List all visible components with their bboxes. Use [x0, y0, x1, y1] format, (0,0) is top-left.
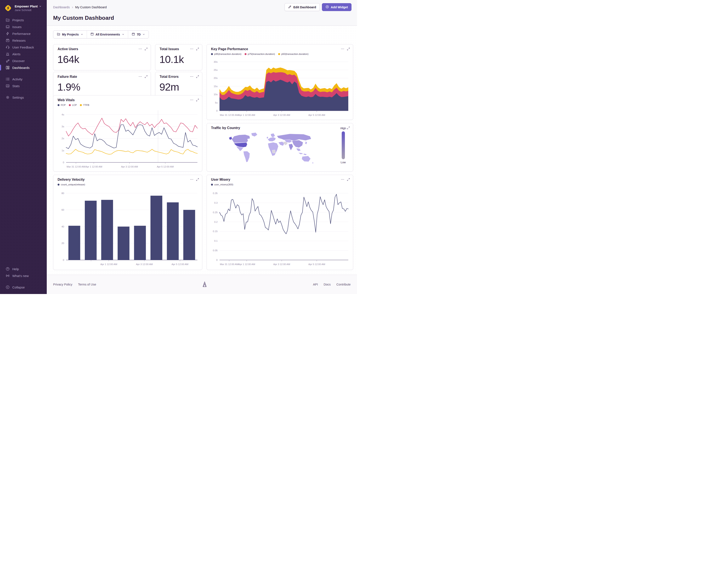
- project-filter[interactable]: My Projects: [53, 30, 87, 38]
- widget-title: Traffic by Country: [211, 126, 240, 130]
- svg-text:Apr 3 12:00 AM: Apr 3 12:00 AM: [121, 165, 138, 168]
- expand-icon[interactable]: [145, 47, 148, 50]
- sidebar-item-dashboards[interactable]: Dashboards: [0, 64, 47, 71]
- breadcrumb-current: My Custom Dashboard: [75, 5, 107, 9]
- widget-menu-icon[interactable]: [190, 75, 193, 78]
- sidebar-item-label: Collapse: [12, 286, 25, 289]
- footer-link-terms-of-use[interactable]: Terms of Use: [78, 283, 96, 286]
- widget-value: 92m: [159, 81, 179, 93]
- legend-item[interactable]: p50(transaction.duration): [278, 53, 308, 55]
- dashboards-icon: [6, 66, 9, 69]
- svg-text:Mar 31 12:00 AM: Mar 31 12:00 AM: [220, 114, 239, 116]
- legend-item[interactable]: LCP: [69, 104, 77, 106]
- svg-text:Apr 5 12:00 AM: Apr 5 12:00 AM: [157, 165, 174, 168]
- sidebar-item-projects[interactable]: Projects: [0, 17, 47, 23]
- sidebar-item-releases[interactable]: Releases: [0, 37, 47, 44]
- expand-icon[interactable]: [196, 75, 199, 78]
- sidebar-item-help[interactable]: Help: [0, 266, 47, 272]
- footer-link-docs[interactable]: Docs: [324, 283, 331, 286]
- expand-icon[interactable]: [145, 75, 148, 78]
- add-widget-button[interactable]: Add Widget: [322, 3, 351, 11]
- org-logo-icon: [4, 4, 12, 12]
- footer-link-contribute[interactable]: Contribute: [337, 283, 351, 286]
- footer-link-api[interactable]: API: [313, 283, 318, 286]
- sidebar-item-activity[interactable]: Activity: [0, 76, 47, 83]
- sidebar-item-user-feedback[interactable]: User Feedback: [0, 44, 47, 50]
- sidebar-item-discover[interactable]: Discover: [0, 57, 47, 64]
- sidebar-item-collapse[interactable]: Collapse: [0, 284, 47, 291]
- svg-text:Apr 3 12:00 AM: Apr 3 12:00 AM: [136, 263, 153, 266]
- legend-item[interactable]: user_misery(300): [211, 183, 233, 186]
- legend-dot-icon: [211, 53, 213, 55]
- sidebar-nav: ProjectsIssuesPerformanceReleasesUser Fe…: [0, 17, 47, 101]
- svg-text:2s: 2s: [62, 137, 64, 140]
- delivery-velocity-chart[interactable]: 020406080Apr 1 12:00 AMApr 3 12:00 AMApr…: [57, 188, 199, 267]
- expand-icon[interactable]: [196, 99, 199, 102]
- legend-item[interactable]: FCP: [58, 104, 66, 106]
- user-feedback-icon: [6, 45, 9, 49]
- chart-legend: FCPLCPTTFB: [58, 104, 89, 106]
- org-switcher[interactable]: Empower Plant Jane Schmidt: [0, 0, 47, 14]
- sidebar-item-issues[interactable]: Issues: [0, 23, 47, 30]
- footer-link-privacy-policy[interactable]: Privacy Policy: [53, 283, 72, 286]
- widget-title: Failure Rate: [58, 75, 77, 79]
- widget-total-issues: Total Issues 10.1k: [155, 44, 202, 70]
- web-vitals-chart[interactable]: 01s2s3s4sMar 31 12:00 AMApr 1 12:00 AMAp…: [57, 109, 199, 169]
- expand-icon[interactable]: [347, 178, 350, 181]
- legend-dot-icon: [211, 184, 213, 186]
- widget-menu-icon[interactable]: [341, 47, 344, 50]
- sidebar-item-what-s-new[interactable]: What's new: [0, 272, 47, 279]
- svg-text:25s: 25s: [214, 69, 218, 71]
- legend-item[interactable]: TTFB: [80, 104, 89, 106]
- svg-text:0: 0: [63, 259, 64, 261]
- widget-total-errors: Total Errors 92m: [155, 72, 202, 98]
- widget-menu-icon[interactable]: [190, 98, 193, 102]
- widget-menu-icon[interactable]: [341, 178, 344, 181]
- legend-dot-icon: [58, 184, 60, 186]
- stats-icon: [6, 84, 9, 88]
- expand-icon[interactable]: [196, 178, 199, 181]
- expand-icon[interactable]: [196, 47, 199, 50]
- widget-failure-rate: Failure Rate 1.9%: [53, 72, 151, 98]
- sidebar-item-alerts[interactable]: Alerts: [0, 50, 47, 57]
- breadcrumb-dashboards-link[interactable]: Dashboards: [53, 5, 70, 9]
- legend-dot-icon: [69, 104, 71, 106]
- legend-item[interactable]: count_unique(release): [58, 183, 85, 186]
- key-page-performance-chart[interactable]: 05s10s15s20s25s30sMar 31 12:00 AMApr 1 1…: [210, 58, 350, 118]
- legend-item[interactable]: p95(transaction.duration): [211, 53, 241, 55]
- svg-text:60: 60: [61, 209, 64, 211]
- widget-user-misery: User Misery user_misery(300) 00.050.10.1…: [207, 175, 353, 270]
- breadcrumb-separator: ›: [72, 5, 73, 9]
- widget-menu-icon[interactable]: [190, 178, 193, 181]
- svg-text:Apr 5 12:00 AM: Apr 5 12:00 AM: [308, 114, 325, 116]
- legend-item[interactable]: p75(transaction.duration): [244, 53, 275, 55]
- widget-value: 10.1k: [159, 54, 184, 65]
- sidebar-item-label: Stats: [12, 84, 20, 88]
- date-range-filter[interactable]: 7D: [128, 30, 149, 38]
- svg-text:0: 0: [63, 161, 64, 164]
- sidebar-item-performance[interactable]: Performance: [0, 30, 47, 37]
- widget-menu-icon[interactable]: [138, 47, 142, 50]
- sidebar-item-label: Activity: [12, 77, 23, 81]
- legend-dot-icon: [244, 53, 246, 55]
- svg-text:0.15: 0.15: [213, 230, 218, 233]
- chart-legend: count_unique(release): [58, 183, 85, 186]
- widget-value: 164k: [57, 54, 79, 65]
- legend-dot-icon: [278, 53, 280, 55]
- widget-delivery-velocity: Delivery Velocity count_unique(release) …: [53, 175, 202, 270]
- chevron-down-icon: [122, 33, 124, 36]
- calendar-icon: [132, 33, 135, 36]
- sidebar-item-settings[interactable]: Settings: [0, 94, 47, 101]
- widget-menu-icon[interactable]: [190, 47, 193, 50]
- svg-text:0.05: 0.05: [213, 249, 218, 252]
- svg-text:20: 20: [61, 242, 64, 245]
- svg-text:1s: 1s: [62, 149, 64, 152]
- edit-dashboard-button[interactable]: Edit Dashboard: [284, 3, 320, 11]
- sidebar-item-label: Discover: [12, 59, 25, 63]
- sidebar-item-stats[interactable]: Stats: [0, 83, 47, 89]
- widget-traffic-by-country: Traffic by Country: [207, 123, 353, 171]
- user-misery-chart[interactable]: 00.050.10.150.20.250.30.35Mar 31 12:00 A…: [210, 188, 350, 267]
- environment-filter[interactable]: All Environments: [87, 30, 128, 38]
- expand-icon[interactable]: [347, 47, 350, 50]
- widget-menu-icon[interactable]: [138, 75, 142, 78]
